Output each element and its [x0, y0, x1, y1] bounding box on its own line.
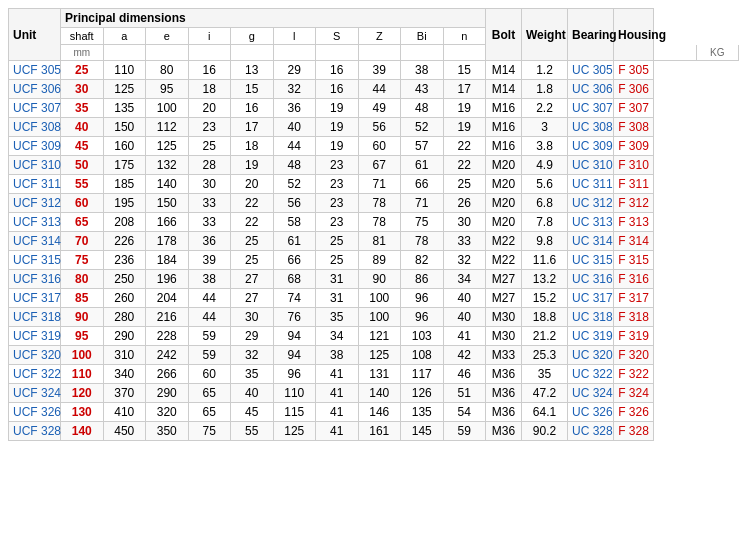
bearing-cell[interactable]: UC 306 — [568, 80, 614, 99]
unit-cell[interactable]: UCF 315 — [9, 251, 61, 270]
shaft-cell: 110 — [61, 365, 104, 384]
e-cell: 290 — [146, 384, 189, 403]
housing-cell[interactable]: F 324 — [614, 384, 654, 403]
unit-cell[interactable]: UCF 320 — [9, 346, 61, 365]
bearing-cell[interactable]: UC 309 — [568, 137, 614, 156]
subheader-s: S — [316, 28, 359, 45]
table-row: UCF 3126019515033225623787126M206.8UC 31… — [9, 194, 739, 213]
bearing-cell[interactable]: UC 326 — [568, 403, 614, 422]
a-cell: 340 — [103, 365, 146, 384]
e-cell: 320 — [146, 403, 189, 422]
table-row: UCF 3168025019638276831908634M2713.2UC 3… — [9, 270, 739, 289]
bearing-cell[interactable]: UC 317 — [568, 289, 614, 308]
bi-cell: 108 — [401, 346, 444, 365]
housing-cell[interactable]: F 328 — [614, 422, 654, 441]
unit-cell[interactable]: UCF 311 — [9, 175, 61, 194]
unit-cell[interactable]: UCF 314 — [9, 232, 61, 251]
s-cell: 16 — [316, 80, 359, 99]
weight-cell: 25.3 — [522, 346, 568, 365]
housing-cell[interactable]: F 326 — [614, 403, 654, 422]
housing-cell[interactable]: F 315 — [614, 251, 654, 270]
unit-cell[interactable]: UCF 328 — [9, 422, 61, 441]
s-cell: 23 — [316, 156, 359, 175]
housing-cell[interactable]: F 314 — [614, 232, 654, 251]
bearing-cell[interactable]: UC 319 — [568, 327, 614, 346]
housing-cell[interactable]: F 318 — [614, 308, 654, 327]
bearing-cell[interactable]: UC 308 — [568, 118, 614, 137]
bearing-cell[interactable]: UC 314 — [568, 232, 614, 251]
data-body: UCF 305251108016132916393815M141.2UC 305… — [9, 61, 739, 441]
bearing-cell[interactable]: UC 313 — [568, 213, 614, 232]
bearing-cell[interactable]: UC 328 — [568, 422, 614, 441]
weight-cell: 9.8 — [522, 232, 568, 251]
bearing-cell[interactable]: UC 310 — [568, 156, 614, 175]
bolt-cell: M20 — [486, 156, 522, 175]
housing-cell[interactable]: F 317 — [614, 289, 654, 308]
e-cell: 166 — [146, 213, 189, 232]
i-cell: 65 — [188, 384, 231, 403]
housing-cell[interactable]: F 306 — [614, 80, 654, 99]
bearing-cell[interactable]: UC 318 — [568, 308, 614, 327]
unit-cell[interactable]: UCF 312 — [9, 194, 61, 213]
bearing-cell[interactable]: UC 315 — [568, 251, 614, 270]
e-cell: 216 — [146, 308, 189, 327]
unit-cell[interactable]: UCF 324 — [9, 384, 61, 403]
unit-cell[interactable]: UCF 316 — [9, 270, 61, 289]
housing-cell[interactable]: F 307 — [614, 99, 654, 118]
bearing-cell[interactable]: UC 322 — [568, 365, 614, 384]
shaft-cell: 140 — [61, 422, 104, 441]
bearing-cell[interactable]: UC 307 — [568, 99, 614, 118]
bearing-cell[interactable]: UC 316 — [568, 270, 614, 289]
unit-cell[interactable]: UCF 326 — [9, 403, 61, 422]
unit-cell[interactable]: UCF 318 — [9, 308, 61, 327]
unit-cell[interactable]: UCF 308 — [9, 118, 61, 137]
l-cell: 66 — [273, 251, 316, 270]
subheader-l: l — [273, 28, 316, 45]
housing-cell[interactable]: F 313 — [614, 213, 654, 232]
bearing-cell[interactable]: UC 320 — [568, 346, 614, 365]
unit-cell[interactable]: UCF 319 — [9, 327, 61, 346]
z-cell: 89 — [358, 251, 401, 270]
a-cell: 150 — [103, 118, 146, 137]
bolt-cell: M36 — [486, 403, 522, 422]
z-cell: 146 — [358, 403, 401, 422]
housing-cell[interactable]: F 309 — [614, 137, 654, 156]
unit-cell[interactable]: UCF 313 — [9, 213, 61, 232]
bearing-cell[interactable]: UC 305 — [568, 61, 614, 80]
subheader-i: i — [188, 28, 231, 45]
housing-cell[interactable]: F 312 — [614, 194, 654, 213]
unit-cell[interactable]: UCF 307 — [9, 99, 61, 118]
housing-cell[interactable]: F 322 — [614, 365, 654, 384]
a-cell: 195 — [103, 194, 146, 213]
housing-cell[interactable]: F 316 — [614, 270, 654, 289]
unit-cell[interactable]: UCF 310 — [9, 156, 61, 175]
housing-cell[interactable]: F 308 — [614, 118, 654, 137]
z-cell: 67 — [358, 156, 401, 175]
housing-cell[interactable]: F 320 — [614, 346, 654, 365]
housing-cell[interactable]: F 305 — [614, 61, 654, 80]
i-cell: 60 — [188, 365, 231, 384]
shaft-cell: 40 — [61, 118, 104, 137]
housing-cell[interactable]: F 311 — [614, 175, 654, 194]
unit-cell[interactable]: UCF 317 — [9, 289, 61, 308]
unit-cell[interactable]: UCF 306 — [9, 80, 61, 99]
s-cell: 25 — [316, 251, 359, 270]
n-cell: 51 — [443, 384, 486, 403]
n-cell: 25 — [443, 175, 486, 194]
z-cell: 131 — [358, 365, 401, 384]
housing-cell[interactable]: F 319 — [614, 327, 654, 346]
s-cell: 35 — [316, 308, 359, 327]
table-row: UCF 3221103402666035964113111746M3635UC … — [9, 365, 739, 384]
housing-cell[interactable]: F 310 — [614, 156, 654, 175]
i-cell: 20 — [188, 99, 231, 118]
bearing-cell[interactable]: UC 324 — [568, 384, 614, 403]
s-cell: 19 — [316, 137, 359, 156]
bolt-cell: M16 — [486, 118, 522, 137]
bearing-cell[interactable]: UC 312 — [568, 194, 614, 213]
bearing-cell[interactable]: UC 311 — [568, 175, 614, 194]
unit-cell[interactable]: UCF 322 — [9, 365, 61, 384]
unit-cell[interactable]: UCF 305 — [9, 61, 61, 80]
unit-cell[interactable]: UCF 309 — [9, 137, 61, 156]
n-cell: 32 — [443, 251, 486, 270]
bolt-cell: M20 — [486, 213, 522, 232]
